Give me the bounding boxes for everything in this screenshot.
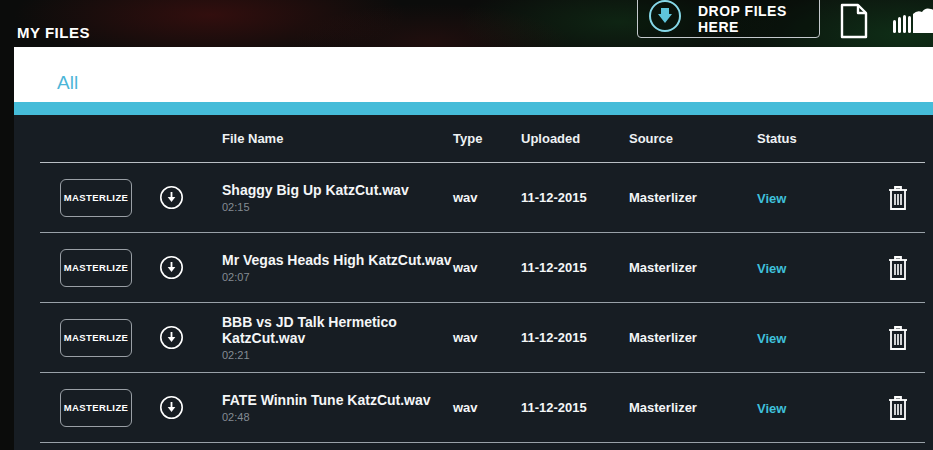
page-title: MY FILES: [17, 24, 90, 41]
file-uploaded-date: 11-12-2015: [521, 400, 629, 415]
accent-bar: [14, 102, 933, 115]
download-file-button[interactable]: [145, 185, 197, 210]
download-file-button[interactable]: [145, 395, 197, 420]
file-name: BBB vs JD Talk Hermetico KatzCut.wav: [222, 314, 453, 346]
file-type: wav: [453, 400, 521, 415]
tab-all[interactable]: All: [57, 72, 78, 94]
view-link[interactable]: View: [757, 401, 786, 416]
file-uploaded-date: 11-12-2015: [521, 190, 629, 205]
table-row: MASTERLIZE Shaggy Big Up KatzCut.wav 02:…: [40, 163, 925, 233]
delete-file-button[interactable]: [846, 394, 925, 421]
download-circle-icon: [159, 255, 184, 280]
file-duration: 02:15: [222, 201, 453, 213]
download-circle-icon: [159, 185, 184, 210]
drop-files-label: DROP FILES HERE: [698, 3, 819, 35]
file-uploaded-date: 11-12-2015: [521, 330, 629, 345]
file-type: wav: [453, 260, 521, 275]
top-bar: MY FILES DROP FILES HERE: [0, 0, 933, 47]
masterlize-button[interactable]: MASTERLIZE: [60, 179, 132, 217]
trash-icon: [886, 184, 910, 211]
file-uploaded-date: 11-12-2015: [521, 260, 629, 275]
file-type: wav: [453, 190, 521, 205]
download-file-button[interactable]: [145, 255, 197, 280]
file-duration: 02:07: [222, 271, 453, 283]
table-row: MASTERLIZE FATE Winnin Tune KatzCut.wav …: [40, 373, 925, 443]
column-header-type: Type: [453, 131, 521, 146]
masterlize-button[interactable]: MASTERLIZE: [60, 319, 132, 357]
tab-bar: All: [14, 47, 933, 102]
trash-icon: [886, 254, 910, 281]
drop-files-button[interactable]: DROP FILES HERE: [637, 0, 820, 38]
column-header-uploaded: Uploaded: [521, 131, 629, 146]
column-header-source: Source: [629, 131, 757, 146]
file-type: wav: [453, 330, 521, 345]
delete-file-button[interactable]: [846, 184, 925, 211]
file-name: Mr Vegas Heads High KatzCut.wav: [222, 252, 453, 268]
file-name: FATE Winnin Tune KatzCut.wav: [222, 392, 453, 408]
table-row: MASTERLIZE BBB vs JD Talk Hermetico Katz…: [40, 303, 925, 373]
files-panel: All File Name Type Uploaded Source Statu…: [14, 47, 933, 450]
cloud-icon[interactable]: [893, 8, 933, 38]
column-header-file-name: File Name: [197, 131, 453, 146]
masterlize-button[interactable]: MASTERLIZE: [60, 249, 132, 287]
download-circle-icon: [159, 395, 184, 420]
document-icon[interactable]: [838, 3, 870, 43]
table-row: MASTERLIZE Mr Vegas Heads High KatzCut.w…: [40, 233, 925, 303]
trash-icon: [886, 324, 910, 351]
file-source: Masterlizer: [629, 330, 757, 345]
view-link[interactable]: View: [757, 261, 786, 276]
download-circle-icon: [159, 325, 184, 350]
download-circle-icon: [648, 0, 682, 37]
file-name: Shaggy Big Up KatzCut.wav: [222, 182, 453, 198]
delete-file-button[interactable]: [846, 324, 925, 351]
file-source: Masterlizer: [629, 260, 757, 275]
table-header-row: File Name Type Uploaded Source Status: [40, 115, 925, 163]
view-link[interactable]: View: [757, 191, 786, 206]
masterlize-button[interactable]: MASTERLIZE: [60, 389, 132, 427]
file-duration: 02:21: [222, 349, 453, 361]
file-source: Masterlizer: [629, 400, 757, 415]
view-link[interactable]: View: [757, 331, 786, 346]
column-header-status: Status: [757, 131, 846, 146]
file-duration: 02:48: [222, 411, 453, 423]
download-file-button[interactable]: [145, 325, 197, 350]
file-source: Masterlizer: [629, 190, 757, 205]
trash-icon: [886, 394, 910, 421]
files-table: File Name Type Uploaded Source Status MA…: [14, 115, 933, 450]
delete-file-button[interactable]: [846, 254, 925, 281]
